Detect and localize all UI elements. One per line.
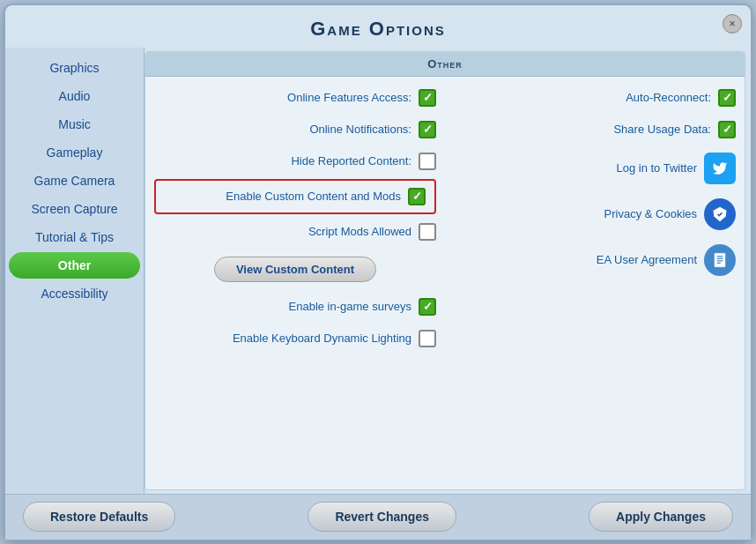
ingame-surveys-checkbox[interactable] xyxy=(419,298,436,316)
online-features-label: Online Features Access: xyxy=(287,91,411,104)
bottom-bar: Restore Defaults Revert Changes Apply Ch… xyxy=(5,494,751,540)
privacy-cookies-row: Privacy & Cookies xyxy=(445,191,745,237)
hide-reported-checkbox[interactable] xyxy=(419,153,436,170)
script-mods-checkbox[interactable] xyxy=(419,223,436,241)
keyboard-lighting-checkbox[interactable] xyxy=(419,330,436,347)
right-column: Auto-Reconnect: Share Usage Data: Log in… xyxy=(445,77,745,360)
share-usage-label: Share Usage Data: xyxy=(454,123,711,136)
sidebar-item-tutorial-tips[interactable]: Tutorial & Tips xyxy=(9,224,140,250)
twitter-row: Log in to Twitter xyxy=(445,145,745,191)
sidebar-item-graphics[interactable]: Graphics xyxy=(9,55,140,81)
online-notifications-checkbox[interactable] xyxy=(419,121,436,138)
ea-agreement-label: EA User Agreement xyxy=(454,253,697,266)
main-area: Graphics Audio Music Gameplay Game Camer… xyxy=(5,48,751,494)
enable-custom-content-label: Enable Custom Content and Mods xyxy=(226,190,401,203)
game-options-window: Game Options × Graphics Audio Music Game… xyxy=(4,4,752,541)
online-features-checkbox[interactable] xyxy=(419,89,436,107)
auto-reconnect-row: Auto-Reconnect: xyxy=(445,82,745,114)
title-bar: Game Options × xyxy=(5,5,751,48)
sidebar-item-screen-capture[interactable]: Screen Capture xyxy=(9,196,140,222)
sidebar-item-gameplay[interactable]: Gameplay xyxy=(9,139,140,166)
online-features-row: Online Features Access: xyxy=(145,82,445,114)
auto-reconnect-label: Auto-Reconnect: xyxy=(454,91,711,104)
close-button[interactable]: × xyxy=(723,14,742,34)
enable-custom-content-row: Enable Custom Content and Mods xyxy=(154,179,436,214)
sidebar-item-music[interactable]: Music xyxy=(9,111,140,138)
restore-defaults-button[interactable]: Restore Defaults xyxy=(23,502,175,532)
ingame-surveys-row: Enable in-game surveys xyxy=(145,291,445,323)
view-custom-content-container: View Custom Content xyxy=(145,248,445,291)
script-mods-label: Script Mods Allowed xyxy=(308,225,411,238)
share-usage-checkbox[interactable] xyxy=(718,121,736,138)
window-title: Game Options xyxy=(5,18,751,41)
keyboard-lighting-label: Enable Keyboard Dynamic Lighting xyxy=(233,332,411,345)
enable-custom-content-checkbox[interactable] xyxy=(408,188,426,205)
auto-reconnect-checkbox[interactable] xyxy=(718,89,736,107)
content-area: Other Online Features Access: Online Not… xyxy=(145,51,745,490)
ea-agreement-row: EA User Agreement xyxy=(445,237,745,283)
left-column: Online Features Access: Online Notificat… xyxy=(145,77,445,360)
view-custom-content-button[interactable]: View Custom Content xyxy=(214,257,376,282)
sidebar-item-audio[interactable]: Audio xyxy=(9,83,140,109)
online-notifications-row: Online Notifications: xyxy=(145,114,445,145)
revert-changes-button[interactable]: Revert Changes xyxy=(308,502,456,532)
sidebar-item-accessibility[interactable]: Accessibility xyxy=(9,280,140,307)
online-notifications-label: Online Notifications: xyxy=(309,123,411,136)
twitter-button[interactable] xyxy=(704,153,736,184)
keyboard-lighting-row: Enable Keyboard Dynamic Lighting xyxy=(145,323,445,354)
twitter-label: Log in to Twitter xyxy=(454,161,697,175)
privacy-cookies-label: Privacy & Cookies xyxy=(454,207,697,220)
privacy-cookies-button[interactable] xyxy=(704,198,736,230)
ingame-surveys-label: Enable in-game surveys xyxy=(289,300,411,313)
apply-changes-button[interactable]: Apply Changes xyxy=(589,502,733,532)
ea-agreement-button[interactable] xyxy=(704,244,736,276)
sidebar: Graphics Audio Music Gameplay Game Camer… xyxy=(5,48,145,494)
svg-rect-0 xyxy=(714,252,725,267)
section-header: Other xyxy=(145,52,745,77)
options-container: Online Features Access: Online Notificat… xyxy=(145,77,745,360)
hide-reported-label: Hide Reported Content: xyxy=(291,154,411,168)
script-mods-row: Script Mods Allowed xyxy=(145,216,445,248)
sidebar-item-game-camera[interactable]: Game Camera xyxy=(9,168,140,194)
sidebar-item-other[interactable]: Other xyxy=(9,252,140,279)
hide-reported-row: Hide Reported Content: xyxy=(145,145,445,177)
share-usage-row: Share Usage Data: xyxy=(445,114,745,145)
